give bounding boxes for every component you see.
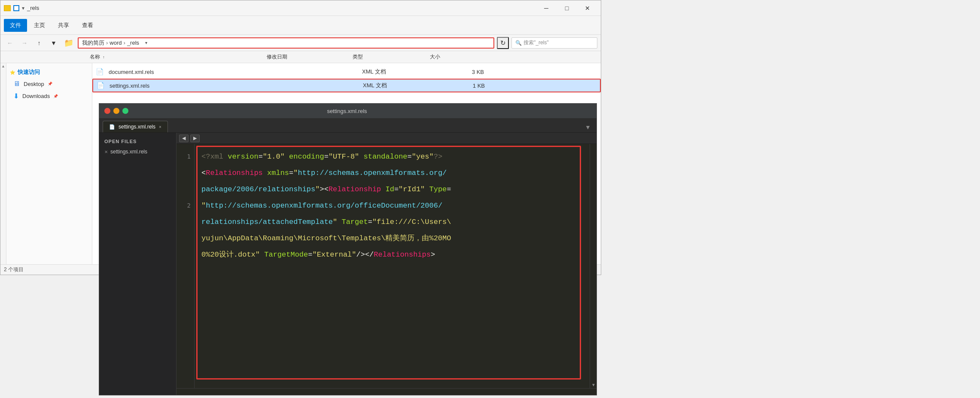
code-line-2d: relationships/attachedTemplate " Target … (201, 214, 583, 230)
editor-window: settings.xml.rels 📄 settings.xml.rels × … (99, 103, 597, 395)
maximize-button[interactable]: □ (557, 1, 577, 15)
sidebar-quick-access[interactable]: ⭐ 快速访问 (6, 67, 92, 78)
code-eq4: = (289, 169, 293, 177)
refresh-button[interactable]: ↻ (497, 37, 509, 49)
address-path[interactable]: 我的简历 › word › _rels ▾ (78, 37, 494, 49)
col-size-header[interactable]: 大小 (430, 53, 481, 61)
title-separator: ▾ (22, 5, 24, 11)
code-eq1: = (259, 153, 263, 160)
title-folder-icon (4, 5, 11, 11)
code-nav-right[interactable]: ▶ (190, 135, 200, 142)
scroll-down-btn[interactable]: ▼ (583, 122, 593, 132)
close-button[interactable]: ✕ (578, 1, 597, 15)
code-xml-enc-attr: encoding (289, 153, 324, 160)
code-space6 (337, 218, 341, 226)
ribbon: 文件 主页 共享 查看 (0, 16, 601, 35)
explorer-title-text: _rels (27, 5, 39, 11)
code-tag-rel: Relationships (206, 169, 263, 177)
code-url-part2: package/2006/relationships (201, 186, 315, 193)
sidebar-item-desktop[interactable]: 🖥 Desktop 📌 (6, 78, 92, 90)
file-type-0: XML 文档 (362, 68, 439, 76)
code-nav-left[interactable]: ◀ (179, 135, 189, 142)
ribbon-tab-share[interactable]: 共享 (52, 19, 75, 32)
recent-button[interactable]: ▼ (48, 37, 60, 49)
breadcrumb-part2: word (110, 40, 122, 46)
tab-file-icon: 📄 (109, 124, 115, 130)
open-file-label: settings.xml.rels (110, 149, 147, 155)
breadcrumb-part1: 我的简历 (82, 39, 104, 47)
col-date-header[interactable]: 修改日期 (267, 53, 353, 61)
traffic-green[interactable] (122, 108, 128, 114)
file-icon-1: 📄 (97, 82, 107, 89)
code-tag-relationship: Relationship (329, 186, 381, 193)
open-file-item[interactable]: ✕ settings.xml.rels (99, 147, 176, 157)
code-id-val: "rId1" (399, 186, 425, 193)
editor-title-bar: settings.xml.rels (99, 104, 597, 118)
sort-arrow-icon: ↑ (103, 55, 105, 59)
breadcrumb-sep2: › (124, 40, 125, 46)
sidebar-item-downloads[interactable]: ⬇ Downloads 📌 (6, 90, 92, 102)
open-files-header: OPEN FILES (99, 136, 176, 147)
code-area: 1 2 <?xml version = "1.0" encoding (177, 144, 597, 388)
tab-close-btn[interactable]: × (159, 125, 161, 129)
file-size-0: 3 KB (439, 69, 491, 75)
quick-access-star-icon: ⭐ (10, 70, 15, 75)
code-eq5: = (394, 186, 399, 193)
file-name-cell-1: 📄 settings.xml.rels (97, 82, 277, 89)
desktop-pin-icon: 📌 (48, 82, 52, 86)
open-file-close-icon[interactable]: ✕ (104, 150, 108, 154)
code-tag-close: Relationships (374, 251, 431, 258)
search-box[interactable]: 🔍 搜索"_rels" (511, 37, 597, 49)
file-row-0[interactable]: 📄 document.xml.rels XML 文档 3 KB (92, 65, 601, 79)
code-panel: ◀ ▶ 1 2 <?xml version = (177, 133, 597, 395)
search-placeholder: 搜索"_rels" (523, 39, 549, 46)
search-icon: 🔍 (515, 40, 522, 46)
traffic-red[interactable] (104, 108, 110, 114)
code-space4 (381, 186, 385, 193)
breadcrumb-sep1: › (106, 40, 108, 46)
code-space7 (260, 251, 264, 258)
traffic-yellow[interactable] (113, 108, 119, 114)
code-eq2: = (324, 153, 329, 160)
code-content[interactable]: <?xml version = "1.0" encoding = "UTF-8"… (195, 144, 590, 388)
scroll-down-arrow[interactable]: ▼ (590, 381, 597, 388)
file-size-1: 1 KB (440, 83, 492, 89)
address-bar: ← → ↑ ▼ 📁 我的简历 › word › _rels ▾ ↻ 🔍 搜索"_… (0, 35, 601, 51)
code-xml-space2 (359, 153, 363, 160)
sidebar-item-downloads-label: Downloads (22, 93, 50, 99)
sidebar: ⭐ 快速访问 🖥 Desktop 📌 ⬇ Downloads 📌 (6, 63, 92, 264)
line-num-2: 2 (187, 165, 194, 246)
code-eq6: = (447, 186, 451, 193)
ribbon-tab-file[interactable]: 文件 (4, 19, 27, 32)
editor-tab-settings[interactable]: 📄 settings.xml.rels × (103, 121, 168, 132)
address-dropdown-btn[interactable]: ▾ (141, 38, 151, 48)
explorer-title-bar: ▾ _rels ─ □ ✕ (0, 0, 601, 16)
sidebar-item-desktop-label: Desktop (24, 81, 44, 87)
ribbon-tab-home[interactable]: 主页 (28, 19, 51, 32)
code-type-attr: Type (429, 186, 447, 193)
editor-scrollbar[interactable]: ▼ (590, 144, 597, 388)
title-bar-left: ▾ _rels (4, 5, 39, 11)
up-button[interactable]: ↑ (33, 37, 45, 49)
code-eq3: = (408, 153, 412, 160)
code-xml-enc-val: "UTF-8" (329, 153, 359, 160)
minimize-button[interactable]: ─ (536, 1, 556, 15)
code-type-quote2: " (333, 218, 337, 226)
code-line-2a: < Relationships xmlns = " http://schemas… (201, 165, 583, 181)
col-name-header[interactable]: 名称 ↑ (86, 53, 267, 61)
code-target-val3: 0%20设计.dotx (201, 251, 256, 258)
code-target-val2: yujun\AppData\Roaming\Microsoft\Template… (201, 235, 451, 242)
column-headers: 名称 ↑ 修改日期 类型 大小 (0, 51, 601, 63)
code-target-attr: Target (341, 218, 368, 226)
code-type-url2: relationships/attachedTemplate (201, 218, 333, 226)
file-row-1[interactable]: 📄 settings.xml.rels XML 文档 1 KB (92, 79, 601, 92)
ribbon-tab-view[interactable]: 查看 (76, 19, 99, 32)
back-button[interactable]: ← (4, 37, 16, 49)
code-xml-space1 (285, 153, 289, 160)
code-eq8: = (308, 251, 312, 258)
code-bracket3: /></ (356, 251, 374, 258)
code-xmlns-quote2: " (315, 186, 320, 193)
forward-button[interactable]: → (18, 37, 30, 49)
col-type-header[interactable]: 类型 (353, 53, 430, 61)
status-text: 2 个项目 (4, 266, 24, 273)
